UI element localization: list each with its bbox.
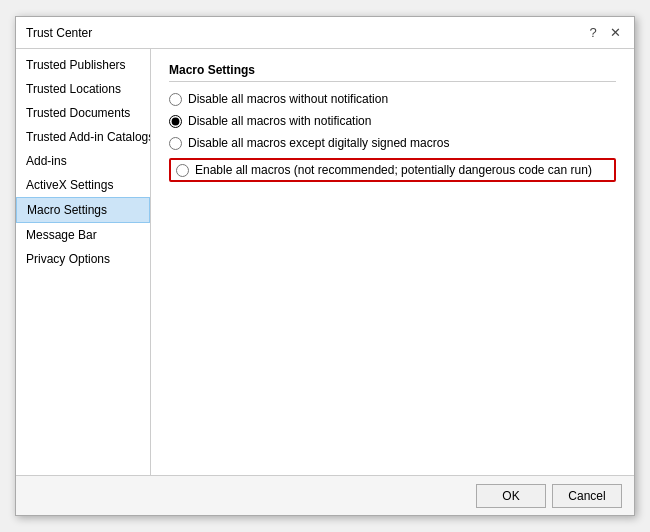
radio-disable-notify[interactable]	[169, 115, 182, 128]
radio-disable-except-signed[interactable]	[169, 137, 182, 150]
sidebar-item-trusted-locations[interactable]: Trusted Locations	[16, 77, 150, 101]
sidebar-item-privacy-options[interactable]: Privacy Options	[16, 247, 150, 271]
section-title: Macro Settings	[169, 63, 616, 82]
dialog-body: Trusted PublishersTrusted LocationsTrust…	[16, 49, 634, 475]
sidebar-item-activex-settings[interactable]: ActiveX Settings	[16, 173, 150, 197]
sidebar-item-trusted-add-in-catalogs[interactable]: Trusted Add-in Catalogs	[16, 125, 150, 149]
radio-label-disable-except-signed: Disable all macros except digitally sign…	[188, 136, 449, 150]
radio-label-enable-all: Enable all macros (not recommended; pote…	[195, 163, 592, 177]
radio-item-enable-all[interactable]: Enable all macros (not recommended; pote…	[169, 158, 616, 182]
sidebar-item-add-ins[interactable]: Add-ins	[16, 149, 150, 173]
radio-label-disable-notify: Disable all macros with notification	[188, 114, 371, 128]
radio-item-disable-notify[interactable]: Disable all macros with notification	[169, 114, 616, 128]
cancel-button[interactable]: Cancel	[552, 484, 622, 508]
help-button[interactable]: ?	[584, 24, 602, 42]
close-button[interactable]: ✕	[606, 24, 624, 42]
dialog-title: Trust Center	[26, 26, 92, 40]
content-panel: Macro Settings Disable all macros withou…	[151, 49, 634, 475]
radio-item-disable-except-signed[interactable]: Disable all macros except digitally sign…	[169, 136, 616, 150]
radio-item-disable-no-notify[interactable]: Disable all macros without notification	[169, 92, 616, 106]
sidebar-item-message-bar[interactable]: Message Bar	[16, 223, 150, 247]
title-bar: Trust Center ? ✕	[16, 17, 634, 49]
radio-label-disable-no-notify: Disable all macros without notification	[188, 92, 388, 106]
sidebar-item-trusted-documents[interactable]: Trusted Documents	[16, 101, 150, 125]
macro-settings-radio-group: Disable all macros without notificationD…	[169, 92, 616, 182]
radio-enable-all[interactable]	[176, 164, 189, 177]
ok-button[interactable]: OK	[476, 484, 546, 508]
dialog-footer: OK Cancel	[16, 475, 634, 515]
radio-disable-no-notify[interactable]	[169, 93, 182, 106]
sidebar-item-macro-settings[interactable]: Macro Settings	[16, 197, 150, 223]
trust-center-dialog: Trust Center ? ✕ Trusted PublishersTrust…	[15, 16, 635, 516]
sidebar: Trusted PublishersTrusted LocationsTrust…	[16, 49, 151, 475]
sidebar-item-trusted-publishers[interactable]: Trusted Publishers	[16, 53, 150, 77]
title-bar-controls: ? ✕	[584, 24, 624, 42]
